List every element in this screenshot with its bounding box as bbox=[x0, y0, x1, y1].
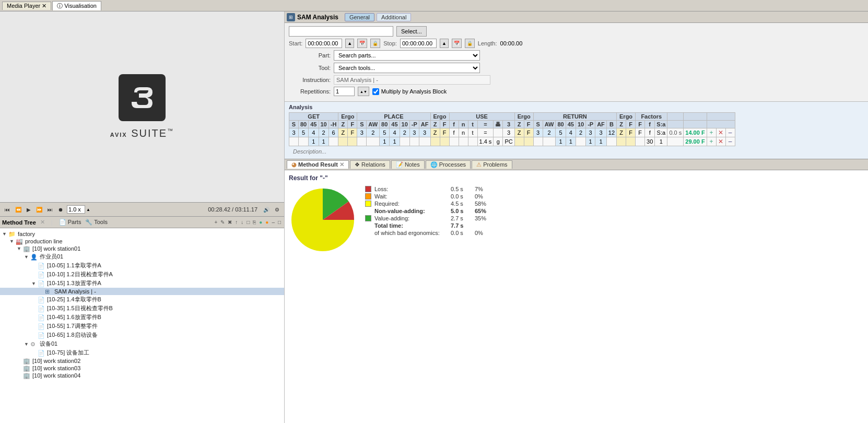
row1-cell-13[interactable]: 3 bbox=[419, 128, 430, 137]
multiply-checkbox[interactable] bbox=[372, 88, 379, 95]
row1-cell-31[interactable]: 12 bbox=[606, 128, 616, 137]
tree-delete-btn[interactable]: ✖ bbox=[227, 219, 233, 226]
start-time-input[interactable] bbox=[306, 39, 342, 48]
tab-media-player[interactable]: Media Player ✕ bbox=[2, 2, 51, 10]
row1-cell-15[interactable]: F bbox=[440, 128, 449, 137]
tree-item-sam-analysis[interactable]: ⊞SAM Analysis | - bbox=[0, 288, 284, 295]
row2-cell-15[interactable] bbox=[440, 137, 449, 146]
tree-item-task18[interactable]: 📄[10-65] 1.8启动设备 bbox=[0, 331, 284, 339]
tree-item-task-eq[interactable]: 📄[10-75] 设备加工 bbox=[0, 348, 284, 357]
sam-select-button[interactable]: Select... bbox=[396, 26, 427, 37]
tree-arrow-equipment01[interactable]: ▼ bbox=[24, 342, 30, 347]
row1-cell-26[interactable]: 5 bbox=[556, 128, 566, 137]
row1-cell-25[interactable]: 2 bbox=[543, 128, 556, 137]
tree-green-btn[interactable]: ● bbox=[258, 219, 263, 226]
stop-time-input[interactable] bbox=[400, 39, 437, 48]
row2-cell-6[interactable] bbox=[348, 137, 357, 146]
row1-cell-34[interactable]: F bbox=[636, 128, 645, 137]
tree-edit-btn[interactable]: ✎ bbox=[219, 219, 226, 226]
stop-lock-btn[interactable]: 🔒 bbox=[465, 39, 475, 48]
row2-action-btn-0[interactable]: + bbox=[710, 138, 713, 145]
row2-action-btn-2[interactable]: – bbox=[729, 138, 732, 145]
row1-cell-20[interactable] bbox=[494, 128, 503, 137]
speed-input[interactable] bbox=[67, 205, 85, 214]
description-input[interactable] bbox=[293, 148, 848, 155]
row1-cell-29[interactable]: 3 bbox=[586, 128, 595, 137]
row1-cell-14[interactable]: Z bbox=[430, 128, 440, 137]
tree-item-workstation03[interactable]: 🏢[10] work station03 bbox=[0, 365, 284, 372]
row1-cell-9[interactable]: 5 bbox=[380, 128, 390, 137]
row1-cell-28[interactable]: 2 bbox=[576, 128, 585, 137]
row2-cell-27[interactable]: 1 bbox=[566, 137, 576, 146]
row2-cell-33[interactable] bbox=[626, 137, 636, 146]
row2-action-1[interactable]: ✕ bbox=[716, 137, 725, 146]
row1-cell-27[interactable]: 4 bbox=[566, 128, 576, 137]
row2-cell-0[interactable] bbox=[289, 137, 299, 146]
tree-item-task14[interactable]: 📄[10-25] 1.4拿取零件B bbox=[0, 295, 284, 304]
row2-cell-36[interactable]: 1 bbox=[655, 137, 667, 146]
row2-cell-30[interactable]: 1 bbox=[595, 137, 607, 146]
media-play[interactable]: ▶ bbox=[25, 206, 32, 213]
tab-method-result[interactable]: ◕ Method Result ✕ bbox=[287, 160, 349, 169]
speed-caret-up[interactable]: ▲ bbox=[86, 207, 90, 212]
row2-cell-14[interactable] bbox=[430, 137, 440, 146]
row1-cell-23[interactable]: F bbox=[524, 128, 533, 137]
row1-action-1[interactable]: ✕ bbox=[716, 128, 725, 137]
row2-cell-11[interactable] bbox=[400, 137, 409, 146]
tree-add-btn[interactable]: + bbox=[213, 219, 218, 226]
media-vol[interactable]: 🔊 bbox=[262, 206, 271, 213]
row2-cell-8[interactable] bbox=[367, 137, 380, 146]
row1-cell-10[interactable]: 4 bbox=[390, 128, 400, 137]
tree-item-equipment01[interactable]: ▼⚙设备01 bbox=[0, 339, 284, 348]
tree-up-btn[interactable]: ↑ bbox=[234, 219, 239, 226]
tab-processes[interactable]: 🌐 Processes bbox=[426, 160, 471, 169]
tree-item-operator01[interactable]: ▼👤作业员01 bbox=[0, 252, 284, 261]
row2-cell-29[interactable]: 1 bbox=[586, 137, 595, 146]
tab-parts[interactable]: 📄 Parts bbox=[59, 219, 81, 226]
row1-cell-7[interactable]: 3 bbox=[357, 128, 367, 137]
row1-cell-36[interactable]: S:a bbox=[655, 128, 667, 137]
row1-action-0[interactable]: + bbox=[707, 128, 716, 137]
row1-cell-30[interactable]: 3 bbox=[595, 128, 607, 137]
row1-cell-32[interactable]: Z bbox=[617, 128, 626, 137]
repetitions-input[interactable] bbox=[334, 87, 355, 96]
rep-up-btn[interactable]: ▲▼ bbox=[358, 87, 369, 96]
tree-minimize-btn[interactable]: – bbox=[271, 219, 276, 226]
row2-action-0[interactable]: + bbox=[707, 137, 716, 146]
row1-cell-3[interactable]: 2 bbox=[319, 128, 329, 137]
tree-arrow-workstation01[interactable]: ▼ bbox=[17, 246, 23, 251]
row2-cell-26[interactable]: 1 bbox=[556, 137, 566, 146]
row1-cell-18[interactable]: t bbox=[468, 128, 477, 137]
media-step-back[interactable]: ⏪ bbox=[14, 206, 23, 213]
row1-cell-2[interactable]: 4 bbox=[309, 128, 319, 137]
row2-cell-4[interactable] bbox=[329, 137, 338, 146]
row2-cell-12[interactable] bbox=[409, 137, 419, 146]
row1-cell-24[interactable]: 3 bbox=[533, 128, 543, 137]
row2-cell-1[interactable] bbox=[299, 137, 309, 146]
tree-item-task12[interactable]: 📄[10-10] 1.2目视检查零件A bbox=[0, 270, 284, 279]
stop-time-up[interactable]: ▲ bbox=[440, 39, 449, 48]
tree-arrow-production-line[interactable]: ▼ bbox=[9, 239, 16, 244]
tree-arrow-operator01[interactable]: ▼ bbox=[24, 254, 30, 260]
row2-cell-3[interactable]: 1 bbox=[319, 137, 329, 146]
tree-orange-btn[interactable]: ● bbox=[264, 219, 269, 226]
row2-cell-35[interactable]: 30 bbox=[645, 137, 655, 146]
row2-cell-16[interactable] bbox=[449, 137, 459, 146]
row2-action-btn-1[interactable]: ✕ bbox=[718, 138, 723, 145]
row2-cell-31[interactable] bbox=[606, 137, 616, 146]
row1-cell-4[interactable]: 6 bbox=[329, 128, 338, 137]
tree-item-workstation04[interactable]: 🏢[10] work station04 bbox=[0, 372, 284, 379]
row2-cell-7[interactable] bbox=[357, 137, 367, 146]
row1-cell-5[interactable]: Z bbox=[338, 128, 348, 137]
row1-cell-0[interactable]: 3 bbox=[289, 128, 299, 137]
start-calendar-btn[interactable]: 📅 bbox=[357, 39, 367, 48]
row1-cell-19[interactable]: = bbox=[477, 128, 494, 137]
row1-cell-8[interactable]: 2 bbox=[367, 128, 380, 137]
row2-cell-17[interactable] bbox=[459, 137, 468, 146]
start-lock-btn[interactable]: 🔒 bbox=[370, 39, 380, 48]
sam-main-input[interactable] bbox=[289, 26, 393, 37]
row2-cell-24[interactable] bbox=[533, 137, 543, 146]
row1-action-btn-1[interactable]: ✕ bbox=[718, 129, 723, 136]
tree-maximize-btn[interactable]: □ bbox=[277, 219, 282, 226]
tree-item-task17[interactable]: 📄[10-55] 1.7调整零件 bbox=[0, 322, 284, 331]
